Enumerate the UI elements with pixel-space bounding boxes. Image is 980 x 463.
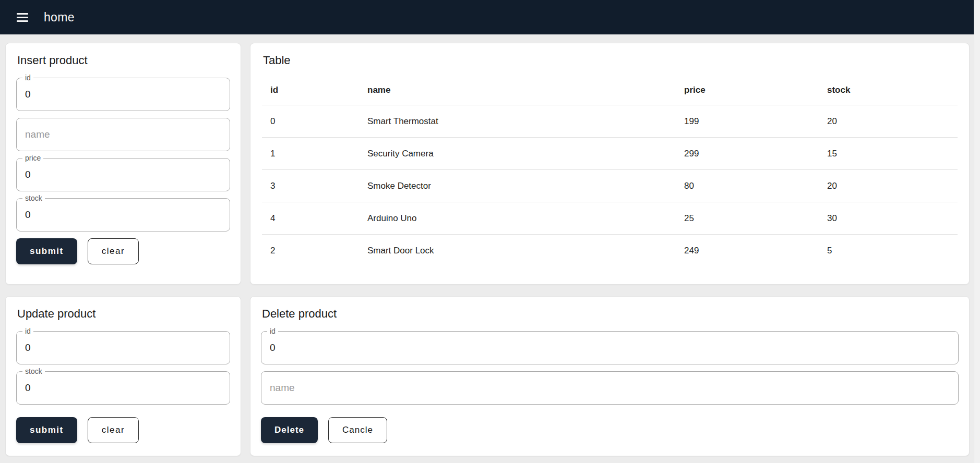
hamburger-icon: [17, 13, 28, 15]
delete-product-card: Delete product id Delete Cancle: [250, 296, 970, 456]
update-buttons: submit clear: [16, 417, 230, 443]
table-cell: 20: [819, 105, 958, 138]
insert-price-input[interactable]: [17, 159, 230, 191]
table-header-row: id name price stock: [262, 78, 958, 105]
table-cell: 3: [262, 170, 359, 202]
table-header-name: name: [359, 78, 676, 105]
table-cell: Smart Door Lock: [359, 235, 676, 267]
table-header-price: price: [676, 78, 819, 105]
insert-buttons: submit clear: [16, 238, 230, 264]
update-id-field: id: [16, 331, 230, 364]
insert-price-field: price: [16, 158, 230, 191]
table-row: 4Arduino Uno2530: [262, 202, 958, 235]
cancel-button[interactable]: Cancle: [328, 417, 387, 443]
update-product-card: Update product id stock submit clear: [5, 296, 241, 456]
insert-card-title: Insert product: [17, 54, 230, 67]
delete-card-title: Delete product: [262, 307, 959, 321]
update-stock-field: stock: [16, 371, 230, 405]
delete-id-label: id: [267, 327, 278, 336]
insert-stock-input[interactable]: [17, 199, 230, 231]
table-row: 3Smoke Detector8020: [262, 170, 958, 202]
insert-product-card: Insert product id price stock submit cle…: [5, 43, 241, 285]
delete-id-field: id: [261, 331, 959, 364]
update-stock-label: stock: [22, 367, 45, 376]
table-cell: 30: [819, 202, 958, 235]
update-stock-input[interactable]: [17, 372, 230, 404]
insert-id-field: id: [16, 78, 230, 111]
insert-stock-field: stock: [16, 198, 230, 231]
table-row: 1Security Camera29915: [262, 138, 958, 170]
update-id-input[interactable]: [17, 332, 230, 364]
insert-id-input[interactable]: [17, 78, 230, 111]
insert-stock-label: stock: [22, 194, 45, 203]
table-cell: Smoke Detector: [359, 170, 676, 202]
table-cell: 299: [676, 138, 819, 170]
update-submit-button[interactable]: submit: [16, 417, 77, 443]
table-cell: 199: [676, 105, 819, 138]
table-cell: 1: [262, 138, 359, 170]
insert-name-input[interactable]: [17, 118, 230, 151]
table-cell: 0: [262, 105, 359, 138]
main-content: Insert product id price stock submit cle…: [0, 34, 980, 456]
table-cell: 2: [262, 235, 359, 267]
update-id-label: id: [22, 327, 33, 336]
table-row: 0Smart Thermostat19920: [262, 105, 958, 138]
table-cell: 80: [676, 170, 819, 202]
menu-button[interactable]: [13, 9, 32, 26]
table-cell: 20: [819, 170, 958, 202]
delete-name-field: [261, 371, 959, 405]
insert-clear-button[interactable]: clear: [88, 238, 139, 264]
table-header-stock: stock: [819, 78, 958, 105]
navbar: home: [0, 0, 980, 34]
delete-name-input[interactable]: [261, 372, 958, 404]
insert-name-field: [16, 118, 230, 151]
table-cell: 15: [819, 138, 958, 170]
vertical-scrollbar[interactable]: [974, 0, 980, 463]
table-cell: 25: [676, 202, 819, 235]
delete-buttons: Delete Cancle: [261, 417, 959, 443]
table-row: 2Smart Door Lock2495: [262, 235, 958, 267]
table-cell: Security Camera: [359, 138, 676, 170]
table-cell: 5: [819, 235, 958, 267]
products-table: id name price stock 0Smart Thermostat199…: [262, 78, 958, 267]
insert-submit-button[interactable]: submit: [16, 238, 77, 264]
table-cell: Smart Thermostat: [359, 105, 676, 138]
table-cell: 249: [676, 235, 819, 267]
update-card-title: Update product: [17, 307, 230, 321]
products-table-card: Table id name price stock 0Smart Thermos…: [250, 43, 970, 285]
delete-button[interactable]: Delete: [261, 417, 318, 443]
table-body: 0Smart Thermostat199201Security Camera29…: [262, 105, 958, 267]
table-header-id: id: [262, 78, 359, 105]
insert-id-label: id: [22, 74, 33, 82]
table-card-title: Table: [263, 54, 958, 67]
page-title: home: [44, 10, 75, 25]
delete-id-input[interactable]: [261, 332, 958, 364]
update-clear-button[interactable]: clear: [88, 417, 139, 443]
insert-price-label: price: [22, 154, 43, 163]
table-cell: Arduino Uno: [359, 202, 676, 235]
table-cell: 4: [262, 202, 359, 235]
